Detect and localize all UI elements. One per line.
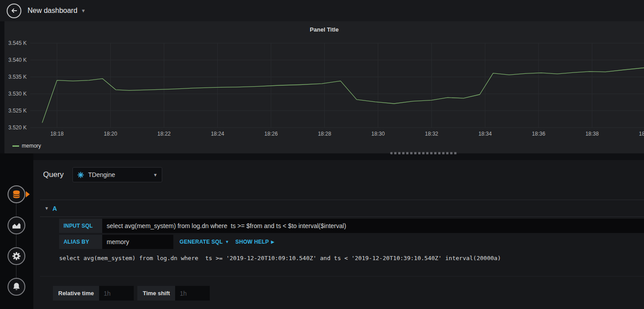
svg-text:18:22: 18:22 <box>157 131 171 137</box>
tab-connector-line <box>16 194 16 288</box>
input-sql-field[interactable] <box>102 219 644 233</box>
chevron-down-icon: ▼ <box>225 240 229 244</box>
svg-text:3.525 K: 3.525 K <box>8 108 27 114</box>
chevron-right-icon: ▶ <box>271 240 274 244</box>
input-sql-row: INPUT SQL <box>59 219 644 233</box>
time-shift-input[interactable] <box>175 286 210 301</box>
svg-text:3.520 K: 3.520 K <box>8 124 27 131</box>
query-header: Query TDengine ▼ <box>43 167 162 182</box>
svg-text:18:34: 18:34 <box>478 131 492 137</box>
svg-text:18:28: 18:28 <box>318 131 331 137</box>
tab-alert[interactable] <box>8 278 25 296</box>
svg-text:18:24: 18:24 <box>211 131 224 137</box>
query-editor-section: Query TDengine ▼ ▼ A INPUT SQL ALIAS BY … <box>33 160 644 309</box>
svg-text:18:38: 18:38 <box>585 131 599 137</box>
chevron-down-icon: ▼ <box>153 173 157 177</box>
alias-by-label: ALIAS BY <box>59 235 102 249</box>
bell-icon <box>12 282 21 292</box>
input-sql-label: INPUT SQL <box>59 219 102 233</box>
dashboard-title: New dashboard <box>28 7 77 15</box>
svg-text:18:18: 18:18 <box>50 131 64 137</box>
generate-sql-button[interactable]: GENERATE SQL ▼ <box>180 239 229 245</box>
section-divider <box>40 276 644 277</box>
svg-text:18:30: 18:30 <box>372 131 385 137</box>
back-button[interactable] <box>7 4 21 18</box>
chevron-down-icon: ▼ <box>81 8 86 13</box>
panel-title[interactable]: Panel Title <box>4 26 644 33</box>
legend-item-memory[interactable]: memory <box>12 143 41 149</box>
svg-text:18:26: 18:26 <box>264 131 278 137</box>
legend-color-swatch <box>12 145 19 147</box>
svg-text:3.535 K: 3.535 K <box>8 74 27 80</box>
query-ref-id: A <box>52 205 57 212</box>
arrow-left-icon <box>11 7 18 14</box>
svg-text:3.545 K: 3.545 K <box>8 40 27 46</box>
top-navbar: New dashboard ▼ <box>0 0 644 21</box>
query-section-title: Query <box>43 170 64 179</box>
svg-text:18:36: 18:36 <box>532 131 545 137</box>
datasource-name: TDengine <box>88 171 153 178</box>
tab-queries[interactable] <box>8 185 25 203</box>
tdengine-logo-icon <box>77 172 84 178</box>
svg-text:18:20: 18:20 <box>104 131 117 137</box>
svg-text:18:32: 18:32 <box>425 131 438 137</box>
tab-general[interactable] <box>8 247 25 265</box>
collapse-caret-icon: ▼ <box>44 206 49 211</box>
database-icon <box>12 189 21 199</box>
datasource-select[interactable]: TDengine ▼ <box>72 167 162 182</box>
query-row-block: ▼ A INPUT SQL ALIAS BY GENERATE SQL ▼ SH… <box>40 200 644 249</box>
generated-sql-text: select avg(mem_system) from log.dn where… <box>59 255 501 261</box>
show-help-button[interactable]: SHOW HELP ▶ <box>236 239 275 245</box>
gear-icon <box>12 251 21 261</box>
time-shift-label: Time shift <box>137 286 175 301</box>
svg-text:3.530 K: 3.530 K <box>8 91 27 97</box>
query-ref-row[interactable]: ▼ A <box>40 200 644 217</box>
svg-text:18:40: 18:40 <box>639 131 644 137</box>
query-time-options: Relative time Time shift <box>53 286 210 301</box>
panel-editor-tab-strip <box>0 153 33 309</box>
graph-panel: Panel Title 3.545 K3.540 K3.535 K3.530 K… <box>4 21 644 153</box>
relative-time-group: Relative time <box>53 286 134 301</box>
alias-by-row: ALIAS BY GENERATE SQL ▼ SHOW HELP ▶ <box>59 235 644 249</box>
svg-text:3.540 K: 3.540 K <box>8 57 27 63</box>
active-tab-indicator <box>26 191 30 197</box>
timeseries-chart[interactable]: 3.545 K3.540 K3.535 K3.530 K3.525 K3.520… <box>4 39 644 144</box>
legend-label: memory <box>22 143 41 149</box>
relative-time-input[interactable] <box>99 286 134 301</box>
tab-visualization[interactable] <box>8 217 25 234</box>
chart-icon <box>12 221 21 230</box>
dashboard-title-dropdown[interactable]: New dashboard ▼ <box>28 7 86 15</box>
time-shift-group: Time shift <box>137 286 210 301</box>
horizontal-scrollbar[interactable] <box>390 152 457 154</box>
alias-by-field[interactable] <box>102 235 173 249</box>
relative-time-label: Relative time <box>53 286 99 301</box>
